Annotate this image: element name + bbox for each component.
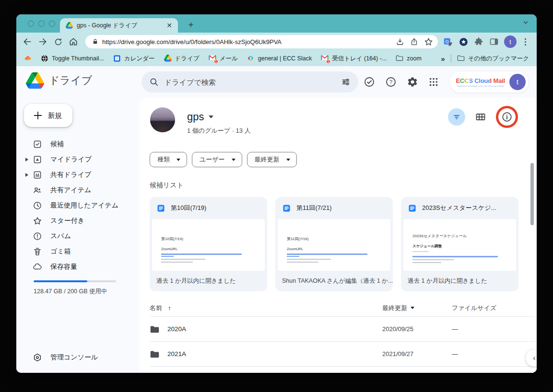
file-card[interactable]: 第11回(7/21) 第11回(7/19) ZoomURL Shun TAKAO… [275, 197, 393, 291]
bookmark-slack[interactable]: general | ECC Slack [247, 55, 312, 62]
lock-icon [92, 38, 98, 45]
minimize-window-button[interactable] [38, 21, 45, 27]
offline-status-icon[interactable] [364, 76, 375, 88]
bookmark-drive[interactable]: ドライブ [164, 55, 200, 63]
scrollbar-thumb[interactable] [530, 163, 534, 225]
home-icon[interactable] [68, 36, 79, 47]
drive-search-bar[interactable] [141, 71, 358, 92]
suggested-section-label: 候補リスト [150, 181, 184, 190]
translate-icon[interactable]: G [443, 36, 453, 47]
sort-dropdown-icon[interactable] [411, 307, 414, 309]
filter-active-button[interactable] [448, 108, 465, 126]
filter-chip-people[interactable]: ユーザー [192, 152, 242, 167]
group-avatar[interactable] [150, 107, 175, 132]
titlebar: gps - Google ドライブ ✕ + [16, 14, 537, 33]
chevron-down-icon [232, 159, 235, 161]
filter-chip-modified[interactable]: 最終更新 [247, 152, 297, 167]
drive-sidebar: 新規 候補 マイドライブ 共有ドライブ [16, 98, 139, 373]
back-icon[interactable] [22, 36, 33, 47]
bookmarks-overflow-icon[interactable]: » [441, 55, 445, 63]
column-header-size[interactable]: ファイルサイズ [452, 304, 536, 312]
filter-chip-type[interactable]: 種類 [150, 152, 187, 167]
search-input[interactable] [165, 78, 335, 86]
browser-tab[interactable]: gps - Google ドライブ ✕ [60, 18, 178, 33]
shared-drive-icon [33, 170, 42, 180]
expand-arrow-icon[interactable] [25, 173, 28, 177]
help-icon[interactable]: ? [385, 76, 397, 88]
sidebar-item-shared-with-me[interactable]: 共有アイテム [16, 183, 133, 198]
tab-close-icon[interactable]: ✕ [165, 22, 173, 29]
annotation-red-circle [496, 106, 518, 128]
bookmark-calendar[interactable]: 2 カレンダー [113, 55, 155, 63]
reload-icon[interactable] [53, 36, 63, 47]
chrome-menu-icon[interactable] [521, 38, 529, 46]
cloud-icon [33, 262, 42, 272]
group-subtitle: 1 個のグループ · 13 人 [187, 127, 251, 135]
search-options-icon[interactable] [341, 77, 351, 87]
file-card[interactable]: 第10回(7/19) 第10回(7/19) ZoomURL 過去 1 か月以内に… [150, 197, 267, 291]
table-header-row: 名前 ↑ 最終更新 ファイルサイズ [150, 300, 536, 317]
table-row[interactable]: 2021A 2021/09/27 — [150, 342, 536, 367]
sidebar-item-storage[interactable]: 保存容量 [16, 259, 133, 275]
file-card[interactable]: 2023Sセメスタースケジ... 2023Sセメスタースケジュール スケジュール… [401, 197, 518, 291]
browser-profile-avatar[interactable]: t [504, 35, 517, 48]
drive-logo[interactable]: ドライブ [26, 72, 92, 89]
sidebar-item-starred[interactable]: スター付き [16, 213, 133, 229]
new-tab-button[interactable]: + [184, 19, 198, 31]
grid-view-icon[interactable] [475, 111, 486, 123]
card-footer: Shun TAKAOKA さんが編集（過去 1 か... [275, 271, 393, 291]
column-header-name[interactable]: 名前 [150, 304, 162, 312]
sidebar-item-suggestions[interactable]: 候補 [16, 137, 133, 152]
star-icon [33, 216, 42, 226]
sidebar-item-spam[interactable]: スパム [16, 229, 133, 244]
other-bookmarks[interactable]: その他のブックマーク [457, 55, 529, 63]
bookmark-toggle-thumbnail[interactable]: Toggle Thumbnail... [41, 55, 104, 62]
account-avatar[interactable]: t [509, 74, 526, 90]
extensions-puzzle-icon[interactable] [473, 36, 484, 47]
install-icon[interactable] [396, 37, 404, 46]
settings-gear-icon[interactable] [407, 76, 418, 88]
bookmark-zoom-folder[interactable]: zoom [396, 55, 422, 62]
eccs-logo: ECCS Cloud Mail Information Technology C… [456, 77, 505, 87]
new-button[interactable]: 新規 [24, 104, 72, 127]
doc-preview: 第11回(7/19) ZoomURL [278, 219, 390, 271]
extension-badge-icon[interactable] [458, 36, 469, 47]
file-table: 名前 ↑ 最終更新 ファイルサイズ 2020A 2020/09/25 [150, 300, 536, 367]
forward-icon[interactable] [37, 36, 48, 47]
apps-grid-icon[interactable] [428, 77, 439, 87]
sidebar-item-my-drive[interactable]: マイドライブ [16, 152, 133, 167]
address-bar[interactable]: https://drive.google.com/drive/u/0/folde… [85, 35, 438, 48]
folder-icon [150, 350, 160, 358]
drive-wordmark: ドライブ [49, 73, 92, 88]
zoom-window-button[interactable] [49, 21, 55, 27]
doc-icon [156, 204, 165, 213]
sidebar-item-shared-drives[interactable]: 共有ドライブ [16, 167, 133, 183]
bookmark-star-icon[interactable] [424, 37, 433, 46]
expand-arrow-icon[interactable] [25, 158, 28, 161]
account-pill[interactable]: ECCS Cloud Mail Information Technology C… [449, 71, 529, 93]
column-header-modified[interactable]: 最終更新 [382, 304, 407, 312]
drive-icon [164, 55, 172, 62]
tab-search-chevron-icon[interactable] [522, 19, 529, 26]
bookmark-mail[interactable]: 1 メール [209, 55, 238, 63]
bookmark-inbox[interactable]: 1 受信トレイ (164) -... [321, 55, 387, 63]
info-icon[interactable] [501, 111, 513, 123]
cloud-app-icon [24, 55, 32, 62]
sidebar-item-admin-console[interactable]: 管理コンソール [16, 350, 98, 365]
chevron-down-icon [286, 159, 290, 161]
side-panel-icon[interactable] [489, 36, 499, 47]
sidebar-item-recent[interactable]: 最近使用したアイテム [16, 198, 133, 213]
bookmark-cloud[interactable] [24, 55, 32, 62]
globe-icon [41, 55, 48, 62]
table-row[interactable]: 2020A 2020/09/25 — [150, 317, 536, 342]
sidebar-item-trash[interactable]: ゴミ箱 [16, 244, 133, 259]
share-icon[interactable] [410, 37, 418, 46]
close-window-button[interactable] [28, 21, 34, 27]
title-dropdown-icon[interactable] [209, 115, 213, 118]
my-drive-icon [33, 155, 42, 164]
doc-preview: 第10回(7/19) ZoomURL [152, 219, 265, 271]
doc-icon [282, 204, 291, 213]
browser-window: gps - Google ドライブ ✕ + https://drive.goog… [16, 14, 537, 373]
storage-progress-bar [34, 280, 116, 282]
sort-ascending-icon[interactable]: ↑ [168, 304, 171, 312]
